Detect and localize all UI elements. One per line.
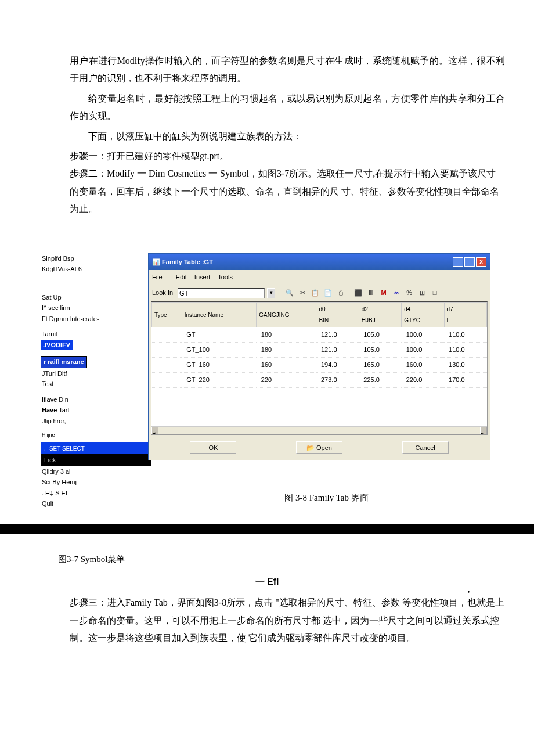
ok-button[interactable]: OK	[190, 441, 236, 454]
toolbar-icon[interactable]: ⎙	[335, 288, 346, 298]
menu-pick[interactable]: Fick	[41, 454, 151, 466]
col-gangjing[interactable]: GANGJING	[257, 303, 316, 327]
toolbar-icon[interactable]: Ⅲ	[366, 288, 376, 298]
menu-item[interactable]: Ft Dgram lnte-crate-	[41, 314, 148, 325]
dropdown-icon[interactable]: ▼	[267, 288, 275, 298]
menu-item[interactable]: Iflave Din	[41, 394, 148, 405]
horizontal-scrollbar[interactable]: ◂ ▸	[151, 426, 487, 434]
lookin-input[interactable]	[178, 288, 265, 298]
menu-item[interactable]: Have Tart	[41, 405, 148, 416]
paste-icon[interactable]: 📄	[323, 288, 333, 298]
add-col-icon[interactable]: ⬛	[353, 288, 363, 298]
menu-item[interactable]: Test	[41, 379, 148, 390]
menu-msranc-highlight[interactable]: r raifl msranc	[41, 356, 87, 368]
menu-item[interactable]: Jlip hror,	[41, 416, 148, 427]
menu-set-select[interactable]: . -SET SELECT	[41, 442, 151, 455]
toolbar-icon[interactable]: ⊞	[417, 288, 427, 298]
menu-item[interactable]: Sinplfd Bsp	[41, 253, 148, 264]
close-icon[interactable]: X	[476, 257, 486, 267]
toolbar-icon[interactable]: %	[404, 288, 414, 298]
family-table: Type Instance Name GANGJING d0 BIN d2 HJ…	[151, 301, 488, 435]
step-2: 步骤二：Modify 一 Dim Cosmetics 一 Symbol，如图3-…	[70, 165, 505, 218]
maximize-icon[interactable]: □	[464, 257, 475, 267]
menu-item[interactable]: Tarriit	[41, 329, 148, 340]
menu-item[interactable]: Sci By Hemj	[41, 477, 148, 488]
col-type[interactable]: Type	[152, 303, 182, 327]
black-divider	[0, 524, 534, 534]
scroll-left-icon[interactable]: ◂	[151, 427, 158, 434]
menu-file[interactable]: File	[152, 273, 168, 280]
cut-icon[interactable]: ✂	[297, 288, 308, 298]
figure-3-7-caption: 图3-7 Symbol菜单	[58, 551, 505, 568]
toolbar-icon[interactable]: ∞	[391, 288, 402, 298]
efl-heading: 一 Efl ,	[29, 573, 505, 591]
paragraph-1: 用户在进行Modify操作时输入的，而字符型的参数名则是尺寸在生成时，系统随机赋…	[70, 52, 505, 88]
open-button[interactable]: 📂 Open	[296, 441, 342, 454]
table-row[interactable]: GT180121.0105.0100.0110.0	[152, 327, 487, 343]
copy-icon[interactable]: 📋	[310, 288, 320, 298]
cancel-button[interactable]: Cancel	[402, 441, 449, 454]
table-row[interactable]: GT_160160194.0165.0160.0130.0	[152, 357, 487, 372]
minimize-icon[interactable]: _	[453, 257, 463, 267]
menu-tools[interactable]: Tools	[218, 273, 233, 280]
toolbar: Look In ▼ 🔍 ✂ 📋 📄 ⎙ ⬛ Ⅲ M ∞ % ⊞ □	[149, 285, 490, 301]
lookin-label: Look In	[152, 287, 173, 299]
menu-item[interactable]: Quit	[41, 498, 148, 509]
menu-item: Hlijne	[41, 431, 148, 440]
col-d2[interactable]: d2 HJBJ	[359, 303, 401, 327]
menu-item[interactable]: I^ sec linn	[41, 303, 148, 314]
symbol-menu: Sinplfd Bsp KdgHVak-At 6 Sat Up I^ sec l…	[29, 253, 148, 513]
figure-3-8-caption: 图 3-8 Family Tab 界面	[148, 489, 505, 506]
menu-edit[interactable]: Edit	[176, 273, 187, 280]
menu-insert[interactable]: Insert	[194, 273, 211, 280]
step-1: 步骤一：打开已建好的零件模型gt.prt。	[70, 147, 505, 165]
step-3: 步骤三：进入Family Tab，界面如图3-8所示，点击 "选取相异的尺寸、特…	[70, 594, 505, 647]
paragraph-2: 给变量起名时，最好能按照工程上的习惯起名，或以易识别为原则起名，方便零件库的共享…	[70, 90, 505, 125]
col-d7[interactable]: d7 L	[444, 303, 486, 327]
menu-item[interactable]: . H‡ S EL	[41, 488, 148, 499]
toolbar-icon[interactable]: 🔍	[284, 288, 295, 298]
col-instance[interactable]: Instance Name	[182, 303, 257, 327]
toolbar-icon[interactable]: □	[430, 288, 440, 298]
menu-item[interactable]: KdgHVak-At 6	[41, 264, 148, 275]
col-d4[interactable]: d4 GTYC	[402, 303, 444, 327]
dialog-buttons: OK 📂 Open Cancel	[149, 435, 490, 460]
paragraph-3: 下面，以液压缸中的缸头为例说明建立族表的方法：	[70, 128, 505, 145]
menu-item[interactable]: Qiidry 3 al	[41, 466, 148, 477]
menu-modify-highlight[interactable]: .IVODIFV	[41, 340, 73, 351]
table-row[interactable]: GT_100180121.0105.0100.0110.0	[152, 343, 487, 358]
menubar: File Edit Insert Tools	[149, 270, 490, 285]
family-table-window: 📊 Family Table :GT _ □ X File Edit Inser…	[148, 253, 490, 461]
table-header-row: Type Instance Name GANGJING d0 BIN d2 HJ…	[152, 303, 487, 327]
menu-item[interactable]: Sat Up	[41, 292, 148, 303]
window-title: 📊 Family Table :GT	[152, 256, 213, 268]
toolbar-icon[interactable]: M	[378, 288, 389, 298]
table-row[interactable]: GT_220220273.0225.0220.0170.0	[152, 372, 487, 387]
window-titlebar[interactable]: 📊 Family Table :GT _ □ X	[149, 254, 490, 271]
col-d0[interactable]: d0 BIN	[316, 303, 359, 327]
scroll-right-icon[interactable]: ▸	[480, 427, 487, 434]
menu-item[interactable]: JTuri Ditf	[41, 368, 148, 379]
